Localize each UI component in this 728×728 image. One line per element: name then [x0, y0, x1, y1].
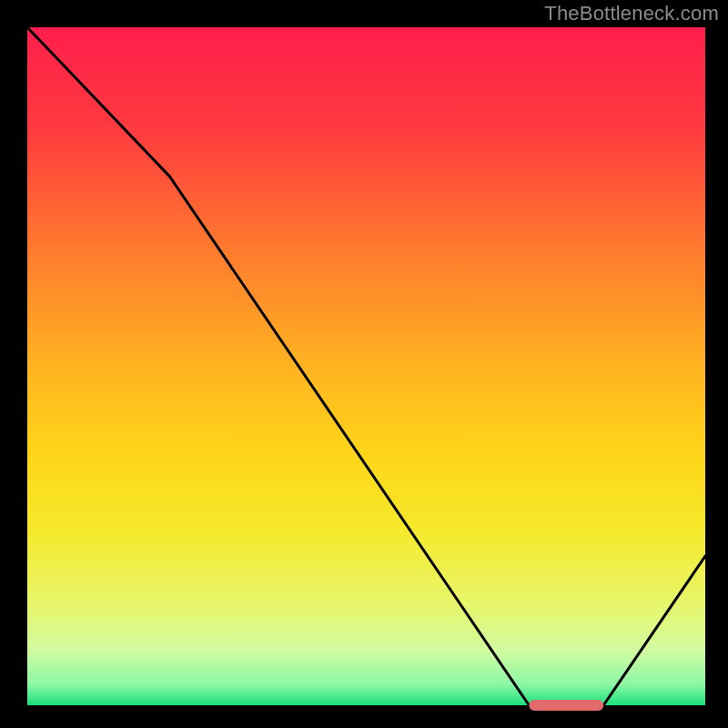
optimal-region-marker [529, 700, 603, 711]
plot-area [27, 27, 705, 705]
bottleneck-chart [0, 0, 728, 728]
attribution-text: TheBottleneck.com [544, 2, 719, 25]
